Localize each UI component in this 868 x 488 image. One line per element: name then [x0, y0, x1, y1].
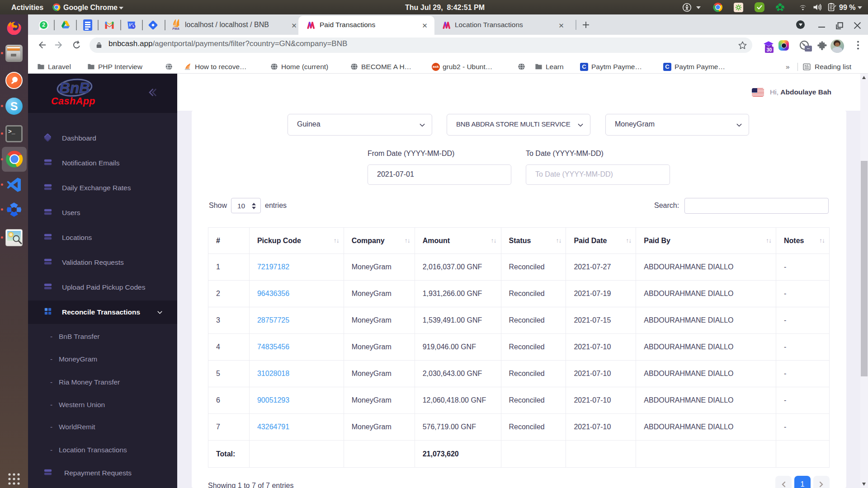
- svg-text:BnB: BnB: [59, 80, 90, 96]
- svg-text:PMA: PMA: [172, 27, 179, 30]
